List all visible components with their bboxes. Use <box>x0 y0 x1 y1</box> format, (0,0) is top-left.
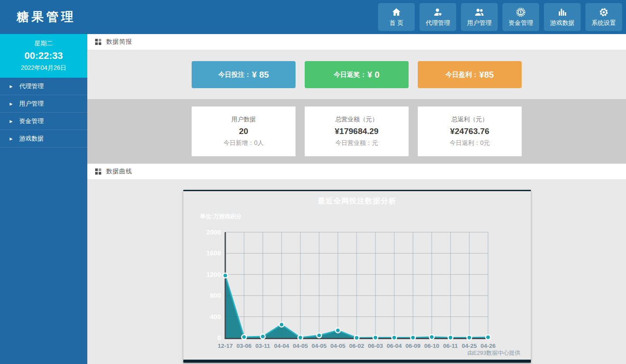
total-revenue-card: 总营业额（元） ¥179684.29 今日营业额：元 <box>305 106 409 156</box>
chart-footer-credit: 由E293数据中心提供 <box>468 349 520 357</box>
nav-button-agents[interactable]: 代理管理 <box>420 3 456 31</box>
today-profit-button[interactable]: 今日盈利：¥85 <box>418 61 522 88</box>
chart-unit-label: 单位:万游戏积分 <box>200 213 241 220</box>
main-content: 数据简报 今日投注：¥ 85 今日返奖：¥ 0 今日盈利：¥85 用户数据 20… <box>87 34 626 364</box>
nav-button-users[interactable]: 用户管理 <box>461 3 498 31</box>
agent-icon <box>432 7 444 17</box>
section-header-briefing: 数据简报 <box>87 34 626 50</box>
nav-label: 首 页 <box>389 19 403 27</box>
card-subtext: 今日营业额：元 <box>335 139 378 147</box>
svg-text:06-11: 06-11 <box>443 343 458 349</box>
svg-text:1600: 1600 <box>206 249 221 257</box>
chart-bars-icon <box>557 7 568 17</box>
chart-canvas: 040080012001600200012-1703-0603-1104-040… <box>183 222 531 353</box>
home-icon <box>391 7 402 17</box>
svg-text:06-10: 06-10 <box>424 343 440 349</box>
total-rebate-card: 总返利（元） ¥24763.76 今日返利：0元 <box>418 106 522 156</box>
card-value: ¥24763.76 <box>450 127 489 136</box>
gear-icon <box>598 7 609 17</box>
card-title: 总营业额（元） <box>335 116 378 124</box>
svg-text:12-17: 12-17 <box>218 343 233 349</box>
chart-area: 最近全网投注数据分析 单位:万游戏积分 04008001200160020001… <box>87 180 626 364</box>
svg-text:0: 0 <box>217 334 221 341</box>
chevron-right-icon: ▶ <box>10 102 13 106</box>
section-header-curve: 数据曲线 <box>87 164 626 180</box>
clock-panel: 星期二 00:22:33 2022年04月26日 <box>0 34 87 78</box>
section-title: 数据曲线 <box>106 168 132 175</box>
svg-text:06-02: 06-02 <box>349 343 365 349</box>
user-data-card: 用户数据 20 今日新增：0人 <box>192 106 296 156</box>
svg-text:03-11: 03-11 <box>255 343 270 349</box>
svg-text:800: 800 <box>210 292 221 299</box>
nav-button-settings[interactable]: 系统设置 <box>585 3 622 31</box>
nav-label: 代理管理 <box>426 19 450 27</box>
svg-text:04-05: 04-05 <box>312 343 327 349</box>
svg-text:06-09: 06-09 <box>406 343 421 349</box>
clock-time: 00:22:33 <box>0 50 87 62</box>
sidebar-item-label: 用户管理 <box>19 100 44 108</box>
svg-text:04-05: 04-05 <box>293 343 308 349</box>
svg-text:04-25: 04-25 <box>462 343 477 349</box>
nav-button-funds[interactable]: 资金管理 <box>502 3 539 31</box>
briefing-row: 今日投注：¥ 85 今日返奖：¥ 0 今日盈利：¥85 <box>87 50 626 99</box>
sidebar-item-agents[interactable]: ▶ 代理管理 <box>0 78 87 95</box>
svg-text:1200: 1200 <box>206 271 221 278</box>
sidebar: 星期二 00:22:33 2022年04月26日 ▶ 代理管理 ▶ 用户管理 ▶… <box>0 34 87 364</box>
svg-text:03-06: 03-06 <box>237 343 252 349</box>
sidebar-item-label: 代理管理 <box>19 82 44 90</box>
sidebar-item-funds[interactable]: ▶ 资金管理 <box>0 113 87 130</box>
sidebar-item-label: 资金管理 <box>19 117 44 125</box>
card-value: ¥179684.29 <box>335 127 378 136</box>
users-icon <box>474 7 485 17</box>
nav-label: 资金管理 <box>509 19 533 27</box>
sidebar-item-label: 游戏数据 <box>19 135 44 143</box>
sidebar-item-users[interactable]: ▶ 用户管理 <box>0 95 87 113</box>
svg-text:06-04: 06-04 <box>387 343 402 349</box>
stat-amount: ¥85 <box>479 70 494 80</box>
today-payout-button[interactable]: 今日返奖：¥ 0 <box>305 61 409 88</box>
nav-button-home[interactable]: 首 页 <box>378 3 415 31</box>
svg-text:04-05: 04-05 <box>330 343 346 349</box>
bet-analysis-chart-panel: 最近全网投注数据分析 单位:万游戏积分 04008001200160020001… <box>183 190 531 363</box>
chart-title: 最近全网投注数据分析 <box>183 196 531 206</box>
nav-button-gamedata[interactable]: 游戏数据 <box>544 3 581 31</box>
card-subtext: 今日新增：0人 <box>224 139 264 147</box>
card-subtext: 今日返利：0元 <box>450 139 490 147</box>
clock-date: 2022年04月26日 <box>0 64 87 72</box>
today-bets-button[interactable]: 今日投注：¥ 85 <box>192 61 296 88</box>
svg-text:04-04: 04-04 <box>274 343 289 349</box>
svg-text:2000: 2000 <box>206 228 221 236</box>
app-title: 糖果管理 <box>17 9 76 25</box>
top-header: 糖果管理 首 页 代理管理 <box>0 0 626 34</box>
funds-icon <box>515 7 526 17</box>
card-title: 总返利（元） <box>451 116 488 124</box>
clock-weekday: 星期二 <box>0 40 87 48</box>
stat-amount: ¥ 85 <box>252 70 269 80</box>
card-value: 20 <box>239 127 248 136</box>
stat-amount: ¥ 0 <box>368 70 380 80</box>
grid-icon <box>95 168 101 175</box>
nav-label: 系统设置 <box>592 19 616 27</box>
svg-text:400: 400 <box>210 313 221 320</box>
summary-cards-row: 用户数据 20 今日新增：0人 总营业额（元） ¥179684.29 今日营业额… <box>87 99 626 164</box>
stat-label: 今日盈利： <box>446 71 478 79</box>
chevron-right-icon: ▶ <box>10 84 13 89</box>
card-title: 用户数据 <box>231 116 256 124</box>
chevron-right-icon: ▶ <box>10 119 13 124</box>
sidebar-item-gamedata[interactable]: ▶ 游戏数据 <box>0 130 87 148</box>
svg-text:06-03: 06-03 <box>368 343 383 349</box>
app-window: 糖果管理 首 页 代理管理 <box>0 0 626 364</box>
chevron-right-icon: ▶ <box>10 137 13 141</box>
svg-text:04-26: 04-26 <box>481 343 496 349</box>
stat-label: 今日返奖： <box>334 71 367 79</box>
main-nav: 首 页 代理管理 <box>378 3 622 31</box>
nav-label: 游戏数据 <box>550 19 574 27</box>
section-title: 数据简报 <box>106 38 132 46</box>
nav-label: 用户管理 <box>467 19 492 27</box>
grid-icon <box>95 39 101 45</box>
stat-label: 今日投注： <box>218 71 251 79</box>
